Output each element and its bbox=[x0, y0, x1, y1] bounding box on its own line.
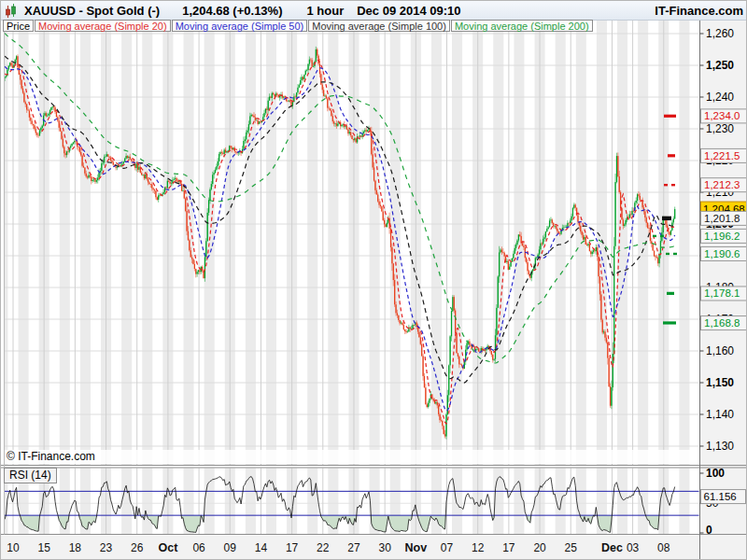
tab-moving-average-3[interactable]: Moving average (Simple 100) bbox=[308, 20, 450, 32]
chart-header: XAUUSD - Spot Gold (-) 1,204.68 (+0.13%)… bbox=[1, 1, 747, 21]
rsi-plot[interactable] bbox=[5, 469, 699, 535]
main-chart-plot[interactable] bbox=[5, 21, 699, 465]
last-price-change: 1,204.68 (+0.13%) bbox=[182, 4, 282, 18]
timeframe-label: 1 hour bbox=[306, 4, 344, 18]
legend-tabs: PriceMoving average (Simple 20)Moving av… bbox=[3, 20, 594, 32]
trading-chart-window: 1,2601,2501,2401,2301,2201,2101,2001,190… bbox=[0, 0, 747, 560]
tab-moving-average-2[interactable]: Moving average (Simple 50) bbox=[172, 20, 308, 32]
symbol-title: XAUUSD - Spot Gold (-) bbox=[24, 4, 160, 18]
tab-price[interactable]: Price bbox=[3, 20, 34, 32]
time-axis-scale[interactable] bbox=[1, 536, 699, 560]
datetime-label: Dec 09 2014 09:10 bbox=[357, 4, 460, 18]
copyright-watermark: © IT-Finance.com bbox=[7, 450, 95, 463]
candlestick-icon bbox=[5, 3, 19, 19]
chart-canvas[interactable]: 1,2601,2501,2401,2301,2201,2101,2001,190… bbox=[1, 1, 747, 560]
price-axis-scale[interactable] bbox=[699, 20, 747, 560]
tab-moving-average-4[interactable]: Moving average (Simple 200) bbox=[451, 20, 593, 32]
rsi-indicator-label[interactable]: RSI (14) bbox=[4, 468, 57, 483]
tab-moving-average-1[interactable]: Moving average (Simple 20) bbox=[35, 20, 171, 32]
brand-label: IT-Finance.com bbox=[655, 4, 743, 18]
